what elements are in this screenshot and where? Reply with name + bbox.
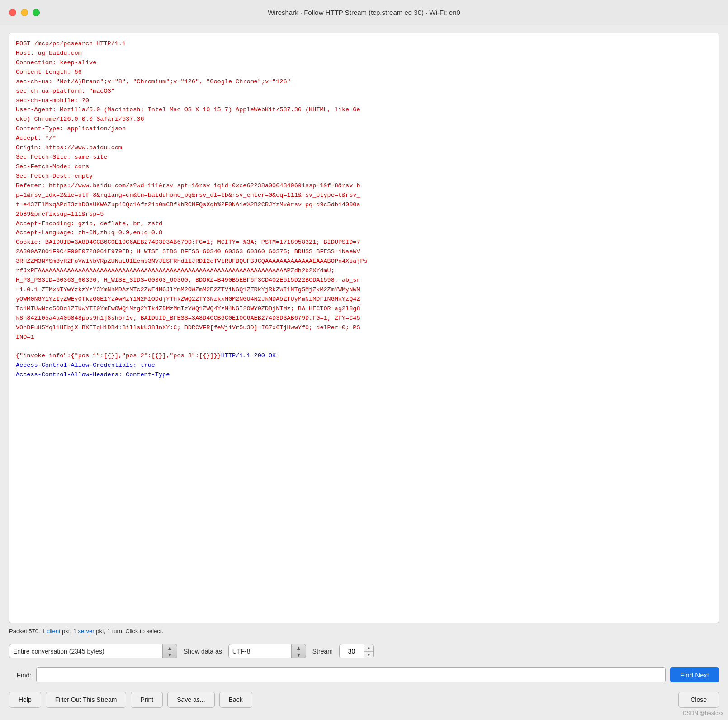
packet-text-pre: Packet 570. 1	[9, 628, 47, 635]
stream-container[interactable]: POST /mcp/pc/pcsearch HTTP/1.1 Host: ug.…	[9, 33, 719, 623]
chevron-down-icon2: ▼	[296, 652, 301, 658]
stream-input[interactable]	[339, 644, 364, 658]
encoding-value[interactable]: UTF-8	[228, 644, 292, 658]
watermark: CSDN @bestcxx	[683, 710, 723, 716]
save-as-button[interactable]: Save as...	[167, 692, 214, 708]
stream-text: POST /mcp/pc/pcsearch HTTP/1.1 Host: ug.…	[9, 33, 719, 386]
find-row: Find: Find Next	[9, 665, 719, 685]
print-button[interactable]: Print	[131, 692, 163, 708]
chevron-up-icon2: ▲	[296, 645, 301, 651]
red-stream-text: POST /mcp/pc/pcsearch HTTP/1.1 Host: ug.…	[16, 40, 368, 359]
stream-down-button[interactable]: ▼	[364, 652, 373, 658]
packet-info: Packet 570. 1 client pkt, 1 server pkt, …	[9, 628, 719, 638]
minimize-button[interactable]	[21, 9, 28, 16]
stream-label: Stream	[312, 648, 333, 655]
stream-stepper[interactable]: ▲ ▼	[364, 644, 374, 658]
show-data-label: Show data as	[184, 648, 222, 655]
conversation-value[interactable]: Entire conversation (2345 bytes)	[9, 644, 163, 658]
find-next-button[interactable]: Find Next	[670, 667, 719, 682]
packet-text-end: pkt, 1 turn. Click to select.	[95, 628, 163, 635]
title-bar: Wireshark · Follow HTTP Stream (tcp.stre…	[0, 0, 728, 25]
window-title: Wireshark · Follow HTTP Stream (tcp.stre…	[268, 9, 460, 16]
bottom-buttons-row: Help Filter Out This Stream Print Save a…	[9, 689, 719, 713]
find-label: Find:	[9, 671, 32, 679]
controls-row: Entire conversation (2345 bytes) ▲ ▼ Sho…	[9, 642, 719, 660]
help-button[interactable]: Help	[9, 692, 41, 708]
find-input[interactable]	[36, 667, 666, 682]
back-button[interactable]: Back	[219, 692, 252, 708]
traffic-lights	[9, 9, 40, 16]
chevron-down-icon: ▼	[167, 652, 173, 658]
encoding-arrow[interactable]: ▲ ▼	[292, 644, 306, 658]
main-content: POST /mcp/pc/pcsearch HTTP/1.1 Host: ug.…	[0, 25, 728, 720]
stream-up-button[interactable]: ▲	[364, 644, 373, 652]
conversation-select[interactable]: Entire conversation (2345 bytes) ▲ ▼	[9, 644, 177, 658]
close-button[interactable]: Close	[678, 692, 719, 708]
chevron-up-icon: ▲	[167, 645, 173, 651]
close-button[interactable]	[9, 9, 16, 16]
filter-out-button[interactable]: Filter Out This Stream	[46, 692, 127, 708]
stream-number[interactable]: ▲ ▼	[339, 644, 374, 658]
maximize-button[interactable]	[33, 9, 40, 16]
client-link[interactable]: client	[47, 628, 60, 635]
encoding-select[interactable]: UTF-8 ▲ ▼	[228, 644, 306, 658]
server-link[interactable]: server	[78, 628, 95, 635]
packet-text-mid: pkt, 1	[60, 628, 78, 635]
conversation-arrow[interactable]: ▲ ▼	[163, 644, 177, 658]
